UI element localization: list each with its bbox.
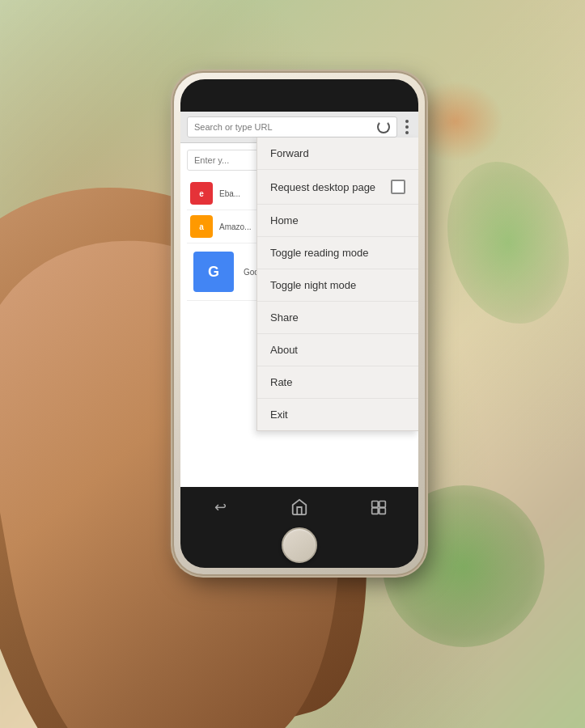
browser-chrome: Search or type URL Forward Request deskt… (180, 112, 418, 143)
menu-item-rate[interactable]: Rate (257, 366, 418, 399)
ebay-label: Eba... (219, 189, 240, 198)
google-icon: G (193, 252, 234, 292)
menu-item-share-label: Share (270, 311, 299, 324)
menu-item-rate-label: Rate (270, 376, 292, 388)
back-button[interactable]: ↩ (204, 491, 236, 523)
menu-item-request-desktop[interactable]: Request desktop page (257, 170, 418, 205)
menu-item-exit-label: Exit (270, 408, 288, 421)
recents-button[interactable] (362, 491, 395, 523)
back-icon: ↩ (214, 498, 227, 516)
svg-rect-1 (379, 502, 386, 508)
request-desktop-checkbox[interactable] (391, 180, 405, 194)
menu-item-toggle-reading-label: Toggle reading mode (270, 247, 368, 259)
menu-item-about-label: About (270, 344, 298, 356)
svg-rect-0 (372, 502, 379, 508)
dot-1 (405, 120, 409, 123)
home-button-nav[interactable] (283, 491, 316, 523)
dot-2 (405, 125, 409, 129)
svg-rect-2 (372, 508, 379, 514)
menu-item-share[interactable]: Share (257, 302, 418, 334)
amazon-label: Amazo... (219, 222, 251, 231)
menu-item-forward[interactable]: Forward (257, 138, 418, 170)
menu-item-home[interactable]: Home (257, 205, 418, 237)
phone-screen: Search or type URL Forward Request deskt… (180, 112, 418, 527)
nav-bar: ↩ (180, 487, 418, 527)
dot-3 (405, 131, 409, 134)
menu-item-toggle-night[interactable]: Toggle night mode (257, 269, 418, 302)
menu-item-toggle-night-label: Toggle night mode (270, 279, 356, 291)
menu-item-toggle-reading[interactable]: Toggle reading mode (257, 237, 418, 269)
physical-home-button[interactable] (282, 527, 317, 563)
ebay-icon: e (190, 182, 213, 205)
url-bar[interactable]: Search or type URL (187, 116, 397, 138)
dropdown-menu: Forward Request desktop page Home Toggle… (256, 138, 418, 431)
url-text: Search or type URL (194, 122, 273, 132)
menu-item-request-desktop-label: Request desktop page (270, 181, 375, 193)
recents-icon (371, 499, 387, 515)
home-icon (290, 498, 308, 516)
phone-inner: Search or type URL Forward Request deskt… (180, 79, 418, 568)
menu-item-home-label: Home (270, 214, 299, 226)
menu-item-exit[interactable]: Exit (257, 399, 418, 430)
phone-frame: SAMSUNG Search or type URL (174, 73, 425, 574)
menu-item-forward-label: Forward (270, 147, 309, 159)
menu-dots-button[interactable] (402, 118, 412, 136)
svg-rect-3 (379, 508, 386, 514)
amazon-icon: a (190, 215, 213, 238)
reload-icon[interactable] (377, 121, 390, 133)
menu-item-about[interactable]: About (257, 334, 418, 366)
